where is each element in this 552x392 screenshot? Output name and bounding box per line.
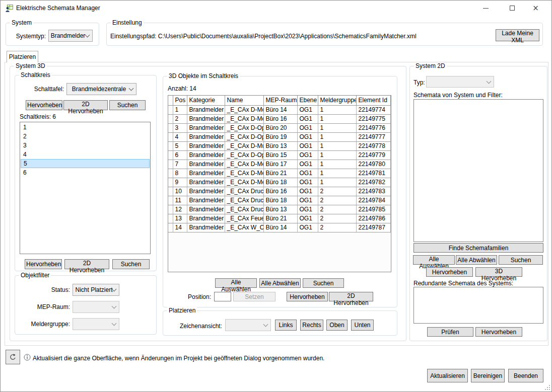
beenden-button[interactable]: Beenden: [508, 369, 543, 382]
table-row[interactable]: 9Brandmelder_E_CAx D-MehBüro 18OG1122149…: [168, 178, 391, 187]
table-cell[interactable]: 14: [173, 223, 187, 232]
table-cell[interactable]: _E_CAx Druckk: [225, 196, 263, 205]
objects-alle-auswaehlen-button[interactable]: Alle Auswählen: [215, 278, 257, 288]
zeichenansicht-dropdown[interactable]: [225, 319, 271, 331]
table-cell[interactable]: _E_CAx D-Opti: [225, 151, 263, 160]
schaltkreis-list-item[interactable]: 3: [21, 141, 150, 150]
table-cell[interactable]: Büro 14: [263, 106, 297, 115]
schaltkreis-list-item[interactable]: 1: [21, 123, 150, 132]
table-cell[interactable]: Brandmelder: [187, 160, 225, 169]
table-row[interactable]: 10Brandmelder_E_CAx DruckkBüro 16OG12221…: [168, 187, 391, 196]
resize-grip[interactable]: [545, 385, 550, 390]
table-cell[interactable]: 1: [318, 151, 356, 160]
table-cell[interactable]: Büro 21: [263, 169, 297, 178]
table-cell[interactable]: 22149787: [356, 223, 391, 232]
schaltkreis-hervorheben-bottom-button[interactable]: Hervorheben: [25, 259, 62, 269]
table-cell[interactable]: 2: [318, 214, 356, 223]
links-button[interactable]: Links: [275, 320, 297, 331]
maximize-button[interactable]: [500, 1, 524, 16]
table-row[interactable]: 4Brandmelder_E_CAx D-OptiBüro 19OG112214…: [168, 133, 391, 142]
table-cell[interactable]: _E_CAx D-Mult: [225, 142, 263, 151]
table-cell[interactable]: Brandmelder: [187, 106, 225, 115]
table-cell[interactable]: 11: [173, 196, 187, 205]
schaltkreis-list[interactable]: 123456: [20, 122, 151, 254]
table-cell[interactable]: 22149775: [356, 115, 391, 124]
table-cell[interactable]: Brandmelder: [187, 169, 225, 178]
system2d-alle-auswaehlen-button[interactable]: Alle Auswählen: [413, 255, 455, 265]
column-header[interactable]: Meldergruppe: [318, 96, 356, 106]
schalttafel-dropdown[interactable]: Brandmeldezentrale: [66, 83, 136, 95]
table-cell[interactable]: OG1: [297, 196, 318, 205]
table-cell[interactable]: 13: [173, 214, 187, 223]
table-row[interactable]: 8Brandmelder_E_CAx D-MehBüro 21OG1122149…: [168, 169, 391, 178]
meldergruppe-dropdown[interactable]: [73, 318, 119, 330]
position-input[interactable]: [214, 292, 231, 301]
mep-raum-dropdown[interactable]: [73, 301, 119, 313]
column-header[interactable]: Kategorie: [187, 96, 225, 106]
table-cell[interactable]: 1: [318, 160, 356, 169]
close-button[interactable]: ×: [524, 1, 547, 16]
system2d-suchen-button[interactable]: Suchen: [499, 255, 543, 265]
table-cell[interactable]: 22149774: [356, 106, 391, 115]
schaltkreis-list-item[interactable]: 5: [21, 159, 150, 168]
schaltkreis-list-item[interactable]: 4: [21, 150, 150, 159]
objects-suchen-button[interactable]: Suchen: [303, 278, 344, 288]
table-cell[interactable]: 1: [318, 142, 356, 151]
table-cell[interactable]: Brandmelder: [187, 124, 225, 133]
tab-platzieren[interactable]: Platzieren: [7, 51, 38, 62]
table-cell[interactable]: Büro 13: [263, 205, 297, 214]
table-cell[interactable]: 1: [318, 115, 356, 124]
table-row[interactable]: 11Brandmelder_E_CAx DruckkBüro 18OG12221…: [168, 196, 391, 205]
table-cell[interactable]: Brandmelder: [187, 214, 225, 223]
objects-table[interactable]: PosKategorieNameMEP-RaumEbeneMeldergrupp…: [168, 95, 391, 272]
lade-meine-xml-button[interactable]: Lade Meine XML: [496, 29, 539, 41]
table-cell[interactable]: 9: [173, 178, 187, 187]
table-cell[interactable]: Brandmelder: [187, 115, 225, 124]
table-cell[interactable]: Büro 18: [263, 196, 297, 205]
table-cell[interactable]: Büro 21: [263, 214, 297, 223]
table-cell[interactable]: 22149778: [356, 142, 391, 151]
pruefen-button[interactable]: Prüfen: [427, 327, 473, 337]
table-cell[interactable]: OG1: [297, 115, 318, 124]
table-cell[interactable]: OG1: [297, 160, 318, 169]
table-cell[interactable]: OG1: [297, 124, 318, 133]
table-cell[interactable]: 22149785: [356, 205, 391, 214]
table-cell[interactable]: 22149779: [356, 151, 391, 160]
table-cell[interactable]: _E_CAx D-Meh: [225, 178, 263, 187]
refresh-button[interactable]: [6, 350, 20, 364]
table-cell[interactable]: Brandmelder: [187, 187, 225, 196]
column-header[interactable]: MEP-Raum: [263, 96, 297, 106]
table-cell[interactable]: OG1: [297, 223, 318, 232]
table-cell[interactable]: 1: [318, 106, 356, 115]
table-cell[interactable]: _E_CAx D-Meh: [225, 115, 263, 124]
schaltkreis-hervorheben-top-button[interactable]: Hervorheben: [26, 100, 62, 110]
table-cell[interactable]: _E_CAx W_Opt: [225, 223, 263, 232]
table-row[interactable]: 2Brandmelder_E_CAx D-MehBüro 16OG1122149…: [168, 115, 391, 124]
table-cell[interactable]: _E_CAx D-Meh: [225, 106, 263, 115]
column-header[interactable]: Pos: [173, 96, 187, 106]
table-row[interactable]: 6Brandmelder_E_CAx D-OptiBüro 15OG112214…: [168, 151, 391, 160]
schaltkreis-2d-hervorheben-top-button[interactable]: 2D Hervorheben: [63, 100, 108, 110]
table-cell[interactable]: Büro 14: [263, 223, 297, 232]
rechts-button[interactable]: Rechts: [300, 320, 323, 331]
column-header[interactable]: Ebene: [297, 96, 318, 106]
table-cell[interactable]: OG1: [297, 106, 318, 115]
objects-hervorheben-button[interactable]: Hervorheben: [287, 292, 328, 301]
table-cell[interactable]: 22149782: [356, 178, 391, 187]
table-cell[interactable]: OG1: [297, 151, 318, 160]
table-cell[interactable]: _E_CAx Druckk: [225, 187, 263, 196]
table-cell[interactable]: _E_CAx D-Opti: [225, 124, 263, 133]
table-row[interactable]: 5Brandmelder_E_CAx D-MultBüro 13OG112214…: [168, 142, 391, 151]
schaltkreis-suchen-top-button[interactable]: Suchen: [109, 100, 146, 110]
table-cell[interactable]: Brandmelder: [187, 142, 225, 151]
redundante-list[interactable]: [413, 287, 543, 324]
table-cell[interactable]: 2: [318, 223, 356, 232]
table-cell[interactable]: 1: [318, 169, 356, 178]
table-cell[interactable]: OG1: [297, 178, 318, 187]
schaltkreis-list-item[interactable]: 2: [21, 132, 150, 141]
table-cell[interactable]: 5: [173, 142, 187, 151]
oben-button[interactable]: Oben: [326, 320, 348, 331]
system2d-alle-abwaehlen-button[interactable]: Alle Abwählen: [456, 255, 497, 265]
table-cell[interactable]: Büro 16: [263, 115, 297, 124]
table-cell[interactable]: _E_CAx D-Meh: [225, 160, 263, 169]
